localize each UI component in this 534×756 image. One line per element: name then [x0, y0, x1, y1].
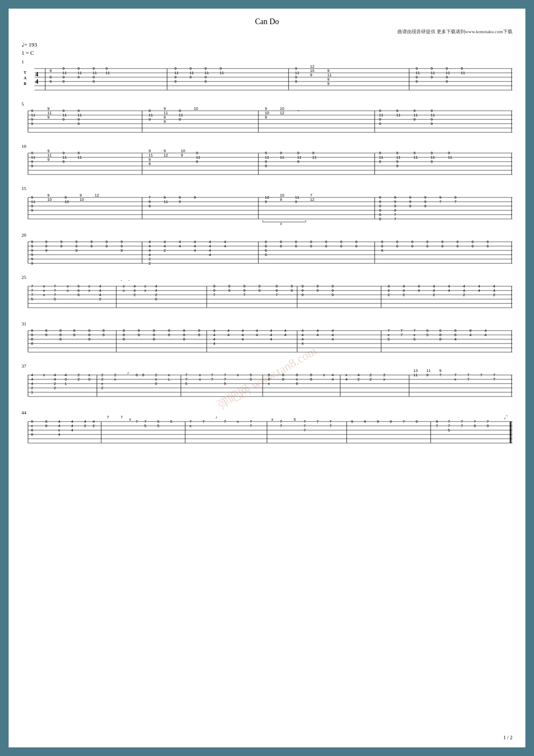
- svg-text:9: 9: [317, 284, 319, 288]
- svg-text:2: 2: [149, 257, 151, 261]
- svg-text:9: 9: [149, 149, 151, 153]
- svg-text:4: 4: [242, 333, 244, 337]
- svg-text:8: 8: [296, 373, 298, 377]
- svg-text:8: 8: [123, 333, 125, 337]
- svg-text:8: 8: [282, 373, 284, 377]
- svg-text:4: 4: [58, 432, 60, 437]
- svg-text:4: 4: [332, 328, 334, 333]
- svg-text:4: 4: [134, 288, 136, 293]
- svg-text:9: 9: [174, 75, 177, 79]
- svg-text:2: 2: [369, 373, 372, 377]
- svg-text:11: 11: [295, 195, 299, 200]
- svg-text:x: x: [454, 377, 456, 381]
- svg-text:9: 9: [446, 66, 448, 71]
- svg-text:8: 8: [45, 419, 47, 424]
- svg-text:8: 8: [138, 328, 140, 333]
- svg-text:0: 0: [155, 297, 157, 301]
- svg-text:9: 9: [258, 284, 261, 288]
- svg-text:11: 11: [174, 71, 179, 75]
- svg-text:x: x: [268, 381, 270, 386]
- svg-text:x: x: [388, 333, 390, 337]
- svg-text:9: 9: [47, 106, 50, 111]
- svg-text:11: 11: [413, 373, 418, 377]
- svg-text:4: 4: [179, 244, 181, 248]
- svg-text:9: 9: [164, 195, 166, 200]
- svg-text:8: 8: [168, 328, 170, 333]
- svg-text:6: 6: [426, 244, 428, 248]
- svg-text:x: x: [123, 288, 125, 293]
- svg-text:6: 6: [280, 240, 282, 244]
- svg-text:9: 9: [301, 293, 304, 297]
- svg-text:x: x: [144, 284, 146, 288]
- svg-text:9: 9: [243, 284, 245, 288]
- measure-number-10: 10: [22, 144, 26, 149]
- svg-text:4: 4: [209, 248, 211, 253]
- svg-text:x: x: [413, 333, 416, 337]
- svg-text:9: 9: [327, 69, 329, 73]
- svg-text:6: 6: [487, 240, 489, 244]
- svg-text:9: 9: [413, 151, 416, 155]
- svg-text:9: 9: [379, 195, 381, 200]
- svg-text:9: 9: [409, 200, 411, 204]
- svg-text:11: 11: [31, 155, 35, 159]
- svg-text:9: 9: [448, 151, 450, 155]
- svg-text:4: 4: [448, 284, 450, 288]
- svg-text:2: 2: [155, 293, 157, 297]
- svg-text:8: 8: [31, 428, 33, 432]
- svg-text:11: 11: [149, 113, 153, 117]
- svg-text:4: 4: [484, 333, 487, 337]
- svg-text:11: 11: [106, 71, 110, 75]
- svg-text:9: 9: [416, 75, 418, 79]
- svg-text:11: 11: [297, 155, 301, 159]
- svg-text:9: 9: [439, 195, 441, 200]
- svg-text:4: 4: [31, 373, 33, 377]
- svg-text:4: 4: [65, 373, 67, 377]
- svg-text:9: 9: [78, 75, 80, 79]
- svg-text:2: 2: [84, 424, 86, 428]
- svg-text:9: 9: [164, 119, 166, 124]
- svg-text:10: 10: [65, 200, 69, 204]
- svg-text:9: 9: [436, 419, 438, 424]
- svg-text:6: 6: [439, 328, 441, 333]
- svg-text:6: 6: [310, 244, 312, 248]
- svg-text:9: 9: [75, 244, 78, 248]
- svg-text:6: 6: [426, 240, 428, 244]
- svg-text:11: 11: [265, 155, 269, 159]
- svg-text:6: 6: [441, 244, 444, 248]
- svg-text:9: 9: [93, 66, 95, 71]
- svg-text:4: 4: [31, 377, 33, 381]
- svg-text:8: 8: [198, 328, 200, 333]
- svg-text:9: 9: [75, 248, 78, 253]
- svg-text:9: 9: [189, 66, 192, 71]
- svg-text:6: 6: [325, 240, 327, 244]
- svg-text:9: 9: [317, 288, 319, 293]
- svg-text:9: 9: [431, 75, 433, 79]
- svg-text:8: 8: [123, 328, 125, 333]
- svg-text:4: 4: [332, 337, 334, 341]
- svg-text:7: 7: [213, 293, 215, 297]
- svg-text:9: 9: [31, 208, 33, 212]
- svg-text:9: 9: [106, 244, 108, 248]
- svg-text:9: 9: [243, 288, 245, 293]
- svg-text:2: 2: [78, 377, 80, 381]
- svg-text:6: 6: [78, 293, 80, 297]
- svg-text:9: 9: [78, 122, 80, 126]
- svg-text:4: 4: [155, 288, 157, 293]
- svg-text:9: 9: [181, 153, 183, 157]
- svg-text:11: 11: [189, 71, 194, 75]
- svg-text:9: 9: [390, 419, 392, 424]
- svg-text:6: 6: [265, 253, 267, 257]
- svg-text:9: 9: [78, 151, 80, 155]
- svg-text:4: 4: [403, 284, 405, 288]
- svg-text:6: 6: [325, 244, 327, 248]
- svg-text:9: 9: [446, 75, 448, 79]
- attribution: 曲谱由现音研提供 更多下载请到www.konotaku.com下载: [22, 28, 512, 35]
- svg-text:9: 9: [80, 193, 82, 197]
- svg-text:2: 2: [31, 386, 33, 390]
- svg-text:x: x: [67, 284, 69, 288]
- svg-text:11: 11: [280, 155, 284, 159]
- svg-text:2: 2: [164, 248, 166, 253]
- svg-text:11: 11: [62, 155, 67, 159]
- svg-text:8: 8: [88, 337, 90, 341]
- svg-text:9: 9: [205, 79, 207, 84]
